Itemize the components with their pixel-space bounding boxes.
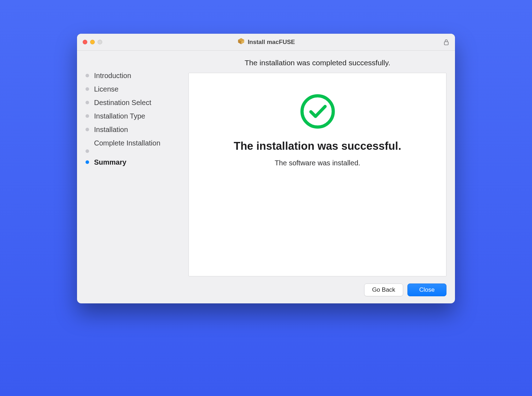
main-column: The installation was completed successfu… bbox=[188, 57, 446, 296]
bullet-icon bbox=[86, 149, 89, 153]
window-body: Introduction License Destination Select … bbox=[77, 51, 455, 303]
titlebar: Install macFUSE bbox=[77, 34, 455, 51]
traffic-lights bbox=[83, 40, 102, 44]
steps-list: Introduction License Destination Select … bbox=[86, 71, 183, 134]
step-label: Installation bbox=[94, 125, 128, 134]
bullet-icon bbox=[86, 74, 89, 77]
step-label: Destination Select bbox=[94, 98, 151, 107]
minimize-window-button[interactable] bbox=[90, 40, 95, 44]
step-summary: Summary bbox=[86, 158, 183, 166]
close-button[interactable]: Close bbox=[407, 284, 446, 296]
lock-icon[interactable] bbox=[443, 39, 449, 46]
step-complete-installation: Complete Installation bbox=[86, 139, 183, 153]
package-icon bbox=[237, 37, 245, 47]
main-panel: The installation was successful. The sof… bbox=[188, 73, 446, 276]
close-window-button[interactable] bbox=[83, 40, 87, 44]
installer-window: Install macFUSE Introduction License bbox=[77, 34, 455, 303]
step-label: License bbox=[94, 85, 119, 93]
go-back-button[interactable]: Go Back bbox=[364, 284, 403, 296]
step-label: Complete Installation bbox=[86, 139, 183, 147]
step-destination-select: Destination Select bbox=[86, 98, 183, 107]
bullet-icon bbox=[86, 101, 89, 104]
step-introduction: Introduction bbox=[86, 71, 183, 80]
bullet-icon bbox=[86, 160, 89, 164]
content-row: Introduction License Destination Select … bbox=[86, 57, 446, 296]
bullet-icon bbox=[86, 87, 89, 91]
step-label: Introduction bbox=[94, 71, 131, 80]
zoom-window-button bbox=[98, 40, 102, 44]
success-heading: The installation was successful. bbox=[234, 140, 401, 153]
success-subtext: The software was installed. bbox=[275, 159, 360, 167]
window-title: Install macFUSE bbox=[248, 39, 295, 46]
step-label: Summary bbox=[94, 158, 126, 166]
step-installation-type: Installation Type bbox=[86, 112, 183, 120]
bullet-icon bbox=[86, 128, 89, 131]
steps-sidebar: Introduction License Destination Select … bbox=[86, 57, 183, 296]
svg-point-1 bbox=[302, 96, 333, 127]
svg-rect-0 bbox=[444, 42, 448, 45]
step-installation: Installation bbox=[86, 125, 183, 134]
steps-list-active: Summary bbox=[86, 158, 183, 166]
footer-buttons: Go Back Close bbox=[188, 284, 446, 296]
success-check-icon bbox=[299, 93, 336, 130]
step-label: Installation Type bbox=[94, 112, 145, 120]
bullet-icon bbox=[86, 114, 89, 118]
window-title-group: Install macFUSE bbox=[237, 37, 295, 47]
step-license: License bbox=[86, 85, 183, 93]
page-subtitle: The installation was completed successfu… bbox=[188, 59, 446, 67]
